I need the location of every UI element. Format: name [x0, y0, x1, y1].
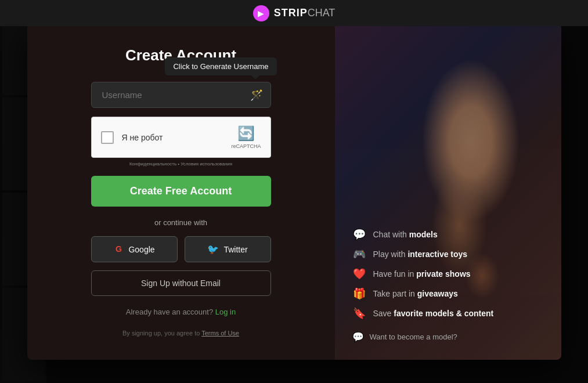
recaptcha-left: Я не робот: [101, 131, 163, 144]
noemail-button[interactable]: Sign Up without Email: [91, 270, 271, 296]
model-link-text: Want to become a model?: [370, 333, 457, 341]
recaptcha-box[interactable]: Я не робот 🔄 reCAPTCHA: [91, 117, 271, 158]
feature-text: Take part in giveaways: [373, 289, 458, 298]
modal-container: ✕ Create Account Click to Generate Usern…: [0, 0, 588, 383]
model-link-icon: 💬: [352, 331, 364, 342]
recaptcha-label: Я не робот: [122, 133, 163, 142]
username-input-wrapper: 🪄: [91, 82, 271, 108]
image-panel: 💬 Chat with models 🎮 Play with interacti…: [335, 23, 561, 360]
recaptcha-subtext: Конфиденциальность • Условия использован…: [91, 161, 271, 167]
features-list: 💬 Chat with models 🎮 Play with interacti…: [352, 228, 544, 320]
feature-icon: 🎁: [352, 287, 366, 300]
social-buttons: G Google 🐦 Twitter: [91, 236, 271, 262]
tooltip: Click to Generate Username: [165, 57, 276, 75]
recaptcha-right: 🔄 reCAPTCHA: [231, 125, 261, 149]
username-input[interactable]: [91, 82, 271, 108]
feature-icon: 🔖: [352, 307, 366, 320]
feature-item: ❤️ Have fun in private shows: [352, 268, 544, 280]
twitter-label: Twitter: [223, 245, 247, 254]
form-panel: Create Account Click to Generate Usernam…: [27, 23, 335, 360]
terms-link[interactable]: Terms of Use: [201, 330, 239, 337]
feature-item: 🔖 Save favorite models & content: [352, 307, 544, 320]
create-account-button[interactable]: Create Free Account: [91, 176, 271, 207]
modal: ✕ Create Account Click to Generate Usern…: [27, 23, 561, 360]
terms-text: By signing up, you agree to Terms of Use: [122, 330, 239, 337]
model-link[interactable]: 💬 Want to become a model?: [352, 331, 544, 342]
feature-icon: 💬: [352, 228, 366, 241]
brand-logo: ▶ STRIPCHAT: [253, 5, 336, 21]
username-wrapper: Click to Generate Username 🪄: [91, 82, 271, 108]
twitter-button[interactable]: 🐦 Twitter: [185, 236, 271, 262]
login-link[interactable]: Log in: [215, 308, 236, 316]
recaptcha-logo: 🔄: [237, 125, 255, 142]
feature-text: Have fun in private shows: [373, 269, 471, 279]
google-label: Google: [128, 245, 154, 254]
recaptcha-branding: reCAPTCHA: [231, 143, 261, 149]
wand-icon[interactable]: 🪄: [250, 89, 263, 102]
feature-text: Play with interactive toys: [373, 250, 468, 259]
feature-item: 💬 Chat with models: [352, 228, 544, 241]
feature-icon: ❤️: [352, 268, 366, 280]
login-prompt: Already have an account? Log in: [126, 308, 236, 316]
or-continue-text: or continue with: [154, 218, 207, 227]
feature-item: 🎮 Play with interactive toys: [352, 248, 544, 261]
brand-icon: ▶: [253, 5, 269, 21]
feature-text: Chat with models: [373, 230, 438, 239]
brand-strip: STRIPCHAT: [274, 7, 336, 19]
feature-icon: 🎮: [352, 248, 366, 261]
recaptcha-checkbox[interactable]: [101, 131, 114, 144]
feature-item: 🎁 Take part in giveaways: [352, 287, 544, 300]
google-icon: G: [113, 244, 124, 255]
header-bar: ▶ STRIPCHAT: [0, 0, 588, 26]
feature-text: Save favorite models & content: [373, 309, 494, 318]
google-button[interactable]: G Google: [91, 236, 178, 262]
twitter-icon: 🐦: [207, 244, 219, 255]
